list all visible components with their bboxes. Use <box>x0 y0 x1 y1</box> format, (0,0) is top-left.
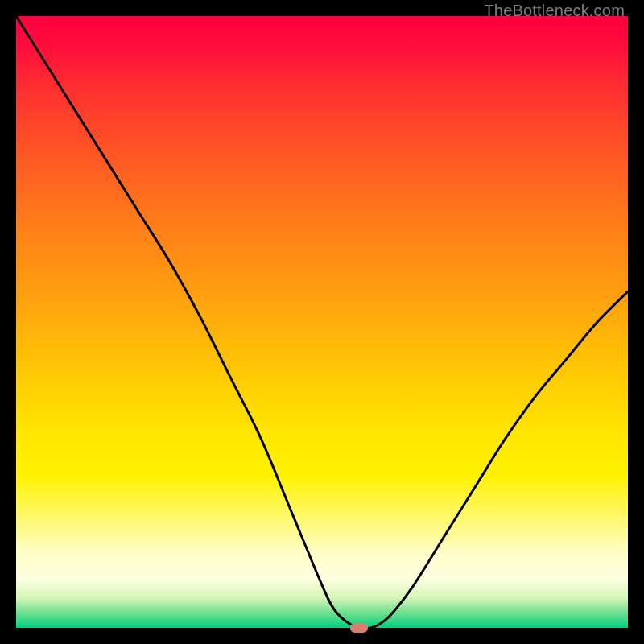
watermark-label: TheBottleneck.com <box>484 2 625 20</box>
optimal-marker <box>350 623 368 633</box>
bottleneck-curve <box>16 16 628 628</box>
chart-frame: TheBottleneck.com <box>0 0 644 644</box>
plot-area <box>16 16 628 628</box>
